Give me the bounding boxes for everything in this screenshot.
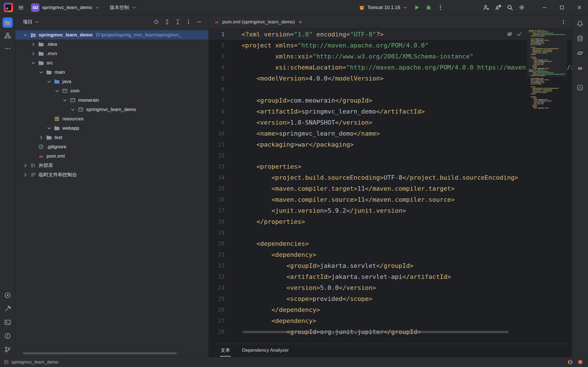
tree-item-main[interactable]: main [15,68,208,77]
tree-item-.idea[interactable]: .idea [15,40,208,49]
terminal-icon[interactable] [3,317,13,327]
code-line-11[interactable]: 11 <packaging>war</packaging> [209,139,572,150]
chevron-down-icon[interactable] [62,97,68,104]
code-line-6[interactable]: 6 [209,84,572,95]
build-icon[interactable] [3,304,13,314]
code-line-15[interactable]: 15 <maven.compiler.target>11</maven.comp… [209,183,572,194]
intellij-logo-icon[interactable]: IJ [4,3,13,12]
line-number[interactable]: 26 [209,304,225,315]
line-number[interactable]: 8 [209,106,225,117]
line-number[interactable]: 6 [209,84,225,95]
expand-all-icon[interactable] [163,18,171,26]
chevron-down-icon[interactable] [30,60,37,66]
tree-item-springmvc_learn_demo[interactable]: springmvc_learn_demo [15,105,208,114]
tree-item-webapp[interactable]: webapp [15,123,208,133]
code-line-4[interactable]: 4 xsi:schemaLocation="http://maven.apach… [209,62,572,73]
line-number[interactable]: 16 [209,194,225,205]
line-number[interactable]: 2 [209,40,225,51]
code-line-17[interactable]: 17 <junit.version>5.9.2</junit.version> [209,205,572,216]
tree-item-meowrain[interactable]: meowrain [15,95,208,105]
tree-item-com[interactable]: com [15,86,208,95]
folder-icon[interactable] [3,18,13,28]
chevron-down-icon[interactable] [38,69,45,76]
tree-item-pom.xml[interactable]: mpom.xml [15,151,208,161]
line-number[interactable]: 13 [209,161,225,172]
code-line-16[interactable]: 16 <maven.compiler.source>11</maven.comp… [209,194,572,205]
line-number[interactable]: 9 [209,117,225,128]
line-number[interactable]: 10 [209,128,225,139]
chevron-right-icon[interactable] [30,41,37,48]
line-number[interactable]: 11 [209,139,225,150]
code-line-26[interactable]: 26 </dependency> [209,304,572,315]
code-line-2[interactable]: 2<project xmlns="http://maven.apache.org… [209,40,572,51]
line-number[interactable]: 18 [209,216,225,227]
tree-item-外部库[interactable]: 外部库 [15,161,208,170]
line-number[interactable]: 27 [209,315,225,326]
code-line-7[interactable]: 7 <groupId>com.meowrain</groupId> [209,95,572,106]
translate-icon[interactable] [492,2,504,14]
line-number[interactable]: 5 [209,73,225,84]
chevron-down-icon[interactable] [46,125,53,132]
line-number[interactable]: 21 [209,249,225,260]
problems-icon[interactable] [3,331,13,341]
project-widget[interactable]: SD springmvc_learn_demo [29,2,102,13]
code-line-8[interactable]: 8 <artifactId>springmvc_learn_demo</arti… [209,106,572,117]
chevron-right-icon[interactable] [38,134,45,141]
chevron-down-icon[interactable] [22,32,29,38]
chevron-right-icon[interactable] [22,171,29,178]
error-indicator-icon[interactable] [578,359,583,365]
line-number[interactable]: 20 [209,238,225,249]
code-line-25[interactable]: 25 <scope>provided</scope> [209,293,572,304]
code-line-27[interactable]: 27 <dependency> [209,315,572,326]
tab-dependency-analyzer[interactable]: Dependency Analyzer [241,345,289,356]
kebab-icon[interactable] [434,2,446,14]
tree-item-.gitignore[interactable]: .gitignore [15,142,208,151]
chevron-right-icon[interactable] [22,162,29,169]
tab-text[interactable]: 文本 [220,344,231,357]
tree-item-src[interactable]: src [15,58,208,68]
locate-icon[interactable] [152,18,160,26]
editor-tab-pom-xml[interactable]: m pom.xml (springmvc_learn_demo) × [209,15,308,29]
code-line-18[interactable]: 18 </properties> [209,216,572,227]
tab-close-icon[interactable]: × [298,19,303,25]
line-number[interactable]: 7 [209,95,225,106]
code-line-5[interactable]: 5 <modelVersion>4.0.0</modelVersion> [209,73,572,84]
debug-icon[interactable] [423,2,434,14]
run-configuration-widget[interactable]: Tomcat 10.1.16 [356,5,411,11]
line-number[interactable]: 22 [209,260,225,271]
eye-off-icon[interactable] [507,31,513,37]
tree-item-resources[interactable]: resources [15,114,208,123]
line-number[interactable]: 28 [209,326,225,337]
services-icon[interactable] [3,290,13,300]
database-icon[interactable] [575,33,585,44]
inspections-widget[interactable] [507,31,522,37]
editor-options-icon[interactable] [559,18,568,27]
google-translate-icon[interactable] [568,359,573,365]
collapse-all-icon[interactable] [173,18,182,26]
code-line-12[interactable]: 12 [209,150,572,161]
code-line-22[interactable]: 22 <groupId>jakarta.servlet</groupId> [209,260,572,271]
line-number[interactable]: 14 [209,172,225,183]
line-number[interactable]: 12 [209,150,225,161]
code-line-10[interactable]: 10 <name>springmvc_learn_demo</name> [209,128,572,139]
tree-item-java[interactable]: java [15,77,208,86]
code-line-9[interactable]: 9 <version>1.0-SNAPSHOT</version> [209,117,572,128]
chevron-down-icon[interactable] [69,106,76,113]
code-line-21[interactable]: 21 <dependency> [209,249,572,260]
hide-panel-icon[interactable] [195,18,203,26]
search-icon[interactable] [504,2,516,14]
line-number[interactable]: 25 [209,293,225,304]
chevron-down-icon[interactable] [54,88,60,94]
line-number[interactable]: 3 [209,51,225,62]
code-line-19[interactable]: 19 [209,227,572,238]
tree-item-springmvc_learn_demo[interactable]: springmvc_learn_demoD:\project\spring_mv… [15,30,208,40]
project-view-selector[interactable]: 项目 [23,19,40,25]
code-editor[interactable]: 1<?xml version="1.0" encoding="UTF-8"?>2… [209,29,572,344]
code-line-23[interactable]: 23 <artifactId>jakarta.servlet-api</arti… [209,271,572,282]
more-horizontal-icon[interactable] [3,44,13,54]
chevron-right-icon[interactable] [30,50,37,57]
line-number[interactable]: 23 [209,271,225,282]
code-line-3[interactable]: 3 xmlns:xsi="http://www.w3.org/2001/XMLS… [209,51,572,62]
code-minimap[interactable] [527,29,567,122]
tree-item-test[interactable]: test [15,133,208,142]
